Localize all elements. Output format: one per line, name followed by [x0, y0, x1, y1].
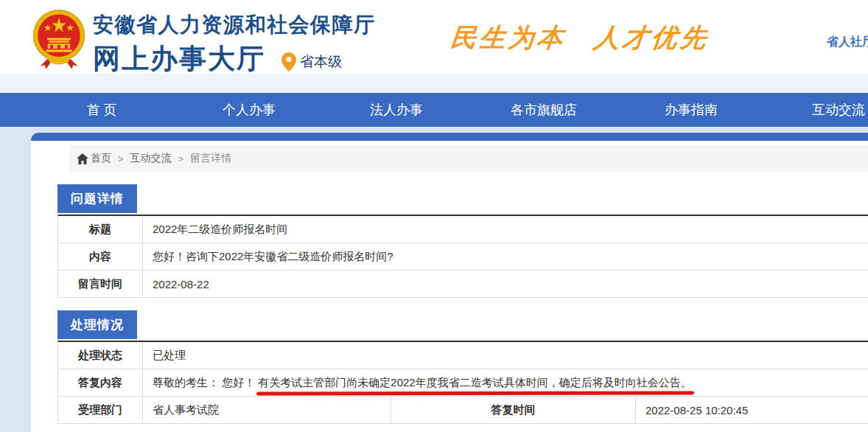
message-detail: 问题详情 标题 2022年二级造价师报名时间 内容 您好！咨询下2022年安徽省…	[57, 184, 868, 424]
row-label-dept: 受理部门	[58, 397, 143, 423]
section-tab-handling: 处理情况	[57, 310, 137, 339]
breadcrumb-current: 留言详情	[190, 152, 231, 165]
row-label-reply-time: 答复时间	[391, 397, 636, 423]
nav-item-corporate[interactable]: 法人办事	[323, 93, 470, 127]
handling-table: 处理状态 已处理 答复内容 尊敬的考生： 您好！ 有关考试主管部门尚未确定202…	[57, 341, 868, 424]
table-row: 处理状态 已处理	[58, 342, 868, 369]
location-pin-icon	[281, 52, 296, 72]
section-tab-question: 问题详情	[57, 184, 137, 213]
org-name: 安徽省人力资源和社会保障厅	[93, 11, 376, 39]
table-row: 内容 您好！咨询下2022年安徽省二级造价师报名时间?	[58, 243, 868, 271]
nav-item-interaction[interactable]: 互动交流	[765, 93, 868, 127]
row-label-content: 内容	[58, 243, 143, 270]
row-value-dept: 省人事考试院	[143, 397, 391, 423]
row-value-status: 已处理	[143, 342, 868, 369]
breadcrumb-separator: >	[178, 153, 184, 164]
home-icon	[77, 153, 88, 164]
row-value-reply-time: 2022-08-25 10:20:45	[636, 397, 868, 423]
nav-item-city-stores[interactable]: 各市旗舰店	[470, 93, 617, 127]
row-value-message-time: 2022-08-22	[143, 271, 868, 297]
content-card: 首页 > 互动交流 > 留言详情 问题详情 标题 2022年二级造价师报名时间 …	[31, 133, 868, 432]
site-titles: 安徽省人力资源和社会保障厅 网上办事大厅 省本级	[93, 11, 376, 77]
card-top-strip	[31, 133, 868, 141]
table-row: 答复内容 尊敬的考生： 您好！ 有关考试主管部门尚未确定2022年度我省二造考试…	[58, 369, 868, 397]
breadcrumb: 首页 > 互动交流 > 留言详情	[70, 145, 868, 172]
national-emblem-logo	[29, 8, 88, 70]
row-value-title: 2022年二级造价师报名时间	[143, 216, 868, 243]
question-table: 标题 2022年二级造价师报名时间 内容 您好！咨询下2022年安徽省二级造价师…	[57, 215, 868, 298]
table-row: 留言时间 2022-08-22	[58, 271, 868, 298]
region-selector[interactable]: 省本级	[281, 52, 342, 72]
page-background-gap	[0, 127, 868, 133]
reply-prefix: 尊敬的考生： 您好！	[153, 376, 258, 390]
nav-item-home[interactable]: 首 页	[28, 93, 175, 127]
row-value-reply: 尊敬的考生： 您好！ 有关考试主管部门尚未确定2022年度我省二造考试具体时间，…	[143, 369, 868, 396]
breadcrumb-home[interactable]: 首页	[91, 152, 111, 165]
breadcrumb-separator: >	[118, 153, 124, 164]
row-label-reply: 答复内容	[58, 369, 143, 396]
site-name: 网上办事大厅	[93, 41, 265, 77]
slogan-calligraphy: 民生为本 人才优先	[449, 21, 711, 55]
nav-item-guide[interactable]: 办事指南	[617, 93, 765, 127]
main-nav: 首 页 个人办事 法人办事 各市旗舰店 办事指南 互动交流	[0, 93, 868, 127]
top-link-provincial-dept[interactable]: 省人社厅	[827, 35, 868, 50]
nav-item-personal[interactable]: 个人办事	[175, 93, 323, 127]
row-value-content: 您好！咨询下2022年安徽省二级造价师报名时间?	[143, 243, 868, 270]
table-row: 标题 2022年二级造价师报名时间	[58, 216, 868, 243]
reply-highlighted-text: 有关考试主管部门尚未确定2022年度我省二造考试具体时间，确定后将及时向社会公告…	[258, 376, 691, 390]
breadcrumb-interaction[interactable]: 互动交流	[130, 152, 172, 165]
region-label: 省本级	[300, 52, 342, 72]
site-header: 安徽省人力资源和社会保障厅 网上办事大厅 省本级 民生为本 人才优先 省人社厅	[0, 0, 868, 74]
row-label-title: 标题	[58, 216, 143, 243]
table-row: 受理部门 省人事考试院 答复时间 2022-08-25 10:20:45	[58, 397, 868, 424]
row-label-status: 处理状态	[58, 342, 143, 369]
row-label-message-time: 留言时间	[58, 271, 143, 297]
